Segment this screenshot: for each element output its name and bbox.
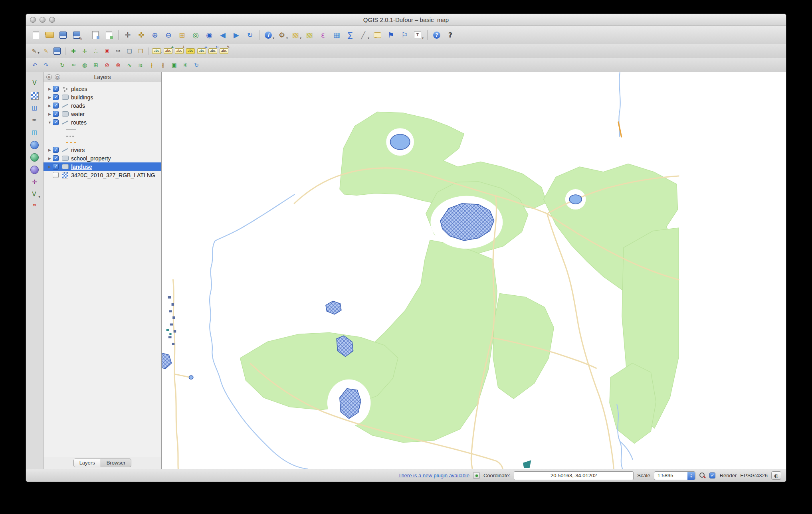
pan-map-button[interactable]: ✛ <box>121 29 135 42</box>
expand-arrow-icon[interactable]: ▶ <box>47 148 53 152</box>
coordinate-input[interactable] <box>514 471 634 480</box>
add-ring-button[interactable]: ◍ <box>79 60 90 70</box>
copy-features-button[interactable]: ❏ <box>124 46 135 56</box>
layer-row-water[interactable]: ▶ water <box>44 110 161 118</box>
collapse-arrow-icon[interactable]: ▼ <box>47 121 53 125</box>
cut-features-button[interactable]: ✂ <box>113 46 124 56</box>
select-by-expression-button[interactable]: ε <box>316 29 330 42</box>
new-print-composer-button[interactable] <box>89 29 102 42</box>
expand-arrow-icon[interactable]: ▶ <box>47 95 53 99</box>
label-move-button[interactable] <box>196 46 207 56</box>
float-panel-button[interactable]: ◻ <box>55 74 60 80</box>
layer-row-raster[interactable]: ▶ 3420C_2010_327_RGB_LATLNG <box>44 171 161 179</box>
label-pin-button[interactable] <box>174 46 185 56</box>
layer-row-roads[interactable]: ▶ roads <box>44 101 161 110</box>
layer-checkbox[interactable] <box>53 111 59 117</box>
open-project-button[interactable] <box>43 29 56 42</box>
map-canvas[interactable] <box>162 72 786 469</box>
composer-manager-button[interactable] <box>102 29 116 42</box>
zoom-out-button[interactable]: ⊖ <box>162 29 175 42</box>
add-wcs-layer-button[interactable] <box>27 152 42 163</box>
layer-checkbox[interactable] <box>53 147 59 153</box>
legend-item-routes-2[interactable] <box>44 133 161 139</box>
layer-checkbox[interactable] <box>53 172 59 178</box>
zoom-in-button[interactable]: ⊕ <box>148 29 162 42</box>
add-part-button[interactable]: ⊞ <box>90 60 101 70</box>
text-annotation-button[interactable]: ▾ <box>411 29 425 42</box>
label-add-button[interactable] <box>162 46 174 56</box>
tab-layers[interactable]: Layers <box>73 459 101 467</box>
layer-row-buildings[interactable]: ▶ buildings <box>44 93 161 101</box>
expand-arrow-icon[interactable]: ▶ <box>47 87 53 91</box>
identify-features-button[interactable]: ▾ <box>262 29 275 42</box>
layer-row-places[interactable]: ▶ places <box>44 85 161 93</box>
add-delimited-text-layer-button[interactable]: ❞ <box>27 201 42 213</box>
expand-arrow-icon[interactable]: ▶ <box>47 104 53 108</box>
new-project-button[interactable] <box>29 29 43 42</box>
merge-features-button[interactable]: ▣ <box>168 60 180 70</box>
zoom-last-button[interactable]: ◀ <box>216 29 230 42</box>
zoom-full-button[interactable]: ⊞ <box>175 29 189 42</box>
crs-status-button[interactable]: ◐ <box>771 471 781 480</box>
plugin-indicator-icon[interactable] <box>473 472 480 479</box>
close-panel-button[interactable]: ✕ <box>46 74 52 80</box>
zoom-to-selection-button[interactable]: ◎ <box>189 29 202 42</box>
whats-this-button[interactable]: ? <box>444 29 457 42</box>
paste-features-button[interactable]: ❐ <box>135 46 146 56</box>
add-postgis-layer-button[interactable]: ◫ <box>27 102 42 114</box>
delete-part-button[interactable]: ⊗ <box>113 60 124 70</box>
plugin-update-link[interactable]: There is a new plugin available <box>398 472 469 478</box>
layer-checkbox[interactable] <box>53 86 59 92</box>
refresh-map-button[interactable]: ↻ <box>243 29 257 42</box>
expand-arrow-icon[interactable]: ▶ <box>47 112 53 116</box>
undo-button[interactable]: ↶ <box>29 60 40 70</box>
render-checkbox[interactable] <box>709 472 715 478</box>
label-highlight-button[interactable] <box>185 46 196 56</box>
help-contents-button[interactable] <box>430 29 444 42</box>
layer-row-routes[interactable]: ▼ routes <box>44 118 161 127</box>
node-tool-button[interactable]: ∴ <box>90 46 101 56</box>
legend-item-routes-1[interactable] <box>44 127 161 133</box>
offset-curve-button[interactable]: ≋ <box>135 60 146 70</box>
move-feature-button[interactable]: ✛ <box>79 46 90 56</box>
add-mssql-layer-button[interactable]: ◫ <box>27 127 42 138</box>
add-wfs-layer-button[interactable] <box>27 164 42 176</box>
show-bookmarks-button[interactable]: ⚐ <box>398 29 411 42</box>
select-features-button[interactable]: ▧▾ <box>289 29 303 42</box>
run-feature-action-button[interactable]: ⚙▾ <box>275 29 289 42</box>
save-layer-edits-button[interactable] <box>51 46 63 56</box>
label-properties-button[interactable] <box>218 46 230 56</box>
split-features-button[interactable]: ∤ <box>146 60 157 70</box>
pan-map-to-selection-button[interactable]: ✜ <box>135 29 148 42</box>
label-rotate-button[interactable] <box>207 46 218 56</box>
current-edits-button[interactable]: ✎▾ <box>29 46 40 56</box>
redo-button[interactable]: ↷ <box>40 60 51 70</box>
expand-arrow-icon[interactable]: ▶ <box>47 156 53 160</box>
reshape-features-button[interactable]: ∿ <box>124 60 135 70</box>
labeling-button[interactable]: ▾ <box>151 46 162 56</box>
zoom-to-layer-button[interactable]: ◉ <box>202 29 216 42</box>
layer-row-school-property[interactable]: ▶ school_property <box>44 154 161 162</box>
add-spatialite-layer-button[interactable]: ✒ <box>27 115 42 126</box>
simplify-feature-button[interactable]: ≈ <box>68 60 79 70</box>
layer-checkbox[interactable] <box>53 155 59 161</box>
add-raster-layer-button[interactable] <box>27 90 42 101</box>
save-project-button[interactable] <box>56 29 70 42</box>
new-shapefile-layer-button[interactable]: V▾ <box>27 189 42 200</box>
open-attribute-table-button[interactable]: ▦ <box>330 29 343 42</box>
delete-selected-button[interactable]: ✖ <box>101 46 113 56</box>
scale-combobox[interactable]: 1:5895 ▲▼ <box>654 471 695 480</box>
new-bookmark-button[interactable]: ⚑ <box>384 29 398 42</box>
field-calculator-button[interactable]: ∑ <box>343 29 357 42</box>
add-wms-layer-button[interactable] <box>27 139 42 151</box>
coordinate-capture-button[interactable]: ✛ <box>27 176 42 188</box>
layer-checkbox[interactable] <box>53 94 59 100</box>
layer-checkbox[interactable] <box>53 103 59 109</box>
reload-edits-button[interactable]: ↻ <box>191 60 202 70</box>
delete-ring-button[interactable]: ⊘ <box>101 60 113 70</box>
layer-row-rivers[interactable]: ▶ rivers <box>44 146 161 154</box>
rotate-point-symbols-button[interactable]: ✳ <box>180 60 191 70</box>
layer-checkbox[interactable] <box>53 164 59 170</box>
deselect-features-button[interactable]: ▧ <box>303 29 316 42</box>
tab-browser[interactable]: Browser <box>101 459 132 467</box>
